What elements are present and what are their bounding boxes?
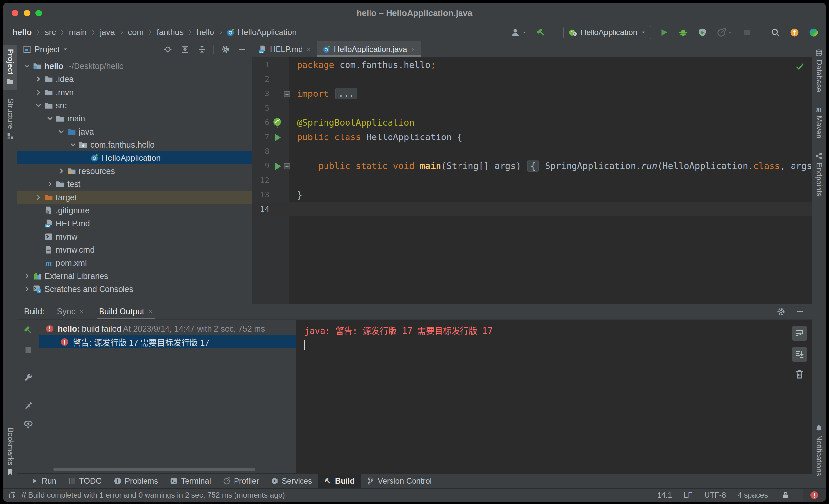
user-button[interactable]	[509, 26, 528, 39]
tree-item-java[interactable]: java	[17, 125, 252, 138]
horizontal-scrollbar[interactable]	[53, 468, 255, 471]
tree-collapse-chevron-icon[interactable]	[69, 141, 78, 149]
breadcrumb-item[interactable]: java	[99, 28, 116, 37]
pin-button[interactable]	[22, 398, 35, 411]
tree-collapse-chevron-icon[interactable]	[23, 62, 32, 70]
tree-expand-chevron-icon[interactable]	[23, 272, 32, 280]
chevron-down-icon[interactable]	[62, 46, 69, 52]
tree-item-help-md[interactable]: MDHELP.md	[17, 217, 252, 230]
gradient-button[interactable]	[807, 26, 820, 39]
tree-item-main[interactable]: main	[17, 112, 252, 125]
status-message[interactable]: // Build completed with 1 error and 0 wa…	[22, 491, 285, 500]
minimize-button[interactable]	[237, 44, 248, 55]
code-line-5[interactable]: 5	[252, 101, 812, 115]
breadcrumb-item[interactable]: fanthus	[155, 28, 185, 37]
tree-item-pom-xml[interactable]: mpom.xml	[17, 256, 252, 269]
tree-expand-chevron-icon[interactable]	[46, 180, 55, 188]
wrench-button[interactable]	[22, 371, 35, 384]
close-icon[interactable]	[79, 309, 84, 314]
breadcrumb-current[interactable]: HelloApplication	[226, 28, 297, 37]
tree-collapse-chevron-icon[interactable]	[34, 101, 43, 110]
tree-item-scratches-and-consoles[interactable]: Scratches and Consoles	[17, 282, 252, 296]
editor-tab-help-md[interactable]: MDHELP.md	[253, 41, 317, 57]
tree-item-target[interactable]: target	[17, 191, 252, 204]
spring-gutter-icon[interactable]	[272, 117, 283, 127]
toolwindow-button-version-control[interactable]: Version Control	[361, 474, 437, 488]
tree-collapse-chevron-icon[interactable]	[46, 114, 55, 123]
status-widget[interactable]: UTF-8	[705, 491, 726, 500]
hammer-button[interactable]	[535, 26, 547, 39]
debug-button[interactable]	[677, 26, 689, 39]
code-line-13[interactable]: 13}	[252, 187, 812, 202]
stop-button[interactable]	[22, 344, 35, 356]
code-line-9[interactable]: 9 public static void main(String[] args)…	[252, 158, 812, 173]
tree-item-hello[interactable]: hello~/Desktop/hello	[17, 60, 252, 73]
tree-item-resources[interactable]: resources	[17, 164, 252, 178]
tree-expand-chevron-icon[interactable]	[34, 88, 43, 96]
tree-expand-chevron-icon[interactable]	[23, 285, 32, 293]
eye-button[interactable]	[22, 418, 35, 430]
tree-item-external-libraries[interactable]: External Libraries	[17, 269, 252, 282]
code-line-12[interactable]: 12	[252, 173, 812, 187]
tree-expand-chevron-icon[interactable]	[34, 193, 43, 201]
stripe-button-structure[interactable]: Structure	[3, 94, 17, 144]
stripe-button-database[interactable]: Database	[812, 45, 826, 96]
toolwindow-button-problems[interactable]: Problems	[108, 474, 164, 488]
error-indicator-badge[interactable]	[803, 489, 826, 502]
layered-squares-icon[interactable]	[8, 491, 16, 499]
run-tri-icon[interactable]	[272, 161, 283, 170]
close-icon[interactable]	[410, 47, 416, 52]
softwrap-button[interactable]	[792, 325, 807, 341]
stripe-button-bookmarks[interactable]: Bookmarks	[3, 423, 17, 480]
stripe-button-project[interactable]: Project	[3, 45, 17, 89]
tree-item-src[interactable]: src	[17, 99, 252, 112]
code-editor[interactable]: 1package com.fanthus.hello;23import ...5…	[252, 57, 812, 304]
close-icon[interactable]	[306, 47, 312, 52]
tree-item--gitignore[interactable]: .gitignore	[17, 204, 252, 217]
tree-item-com-fanthus-hello[interactable]: com.fanthus.hello	[17, 138, 252, 151]
tree-item-test[interactable]: test	[17, 178, 252, 191]
tree-item--mvn[interactable]: .mvn	[17, 86, 252, 99]
run-tri-icon[interactable]	[272, 132, 283, 142]
status-widget[interactable]: LF	[684, 491, 693, 500]
close-icon[interactable]	[148, 309, 153, 314]
fold-marker-icon[interactable]	[283, 90, 291, 97]
toolwindow-button-build[interactable]: Build	[318, 474, 361, 488]
code-line-14[interactable]: 14	[252, 202, 812, 216]
stripe-button-maven[interactable]: mMaven	[812, 101, 826, 143]
tree-item-mvnw[interactable]: mvnw	[17, 230, 252, 243]
tree-item-helloapplication[interactable]: HelloApplication	[17, 151, 252, 164]
gear-button[interactable]	[220, 44, 231, 55]
build-tab-build-output[interactable]: Build Output	[99, 304, 153, 319]
stripe-button-notifications[interactable]: Notifications	[812, 420, 826, 480]
locate-button[interactable]	[162, 44, 173, 55]
toolwindow-button-todo[interactable]: TODO	[62, 474, 108, 488]
fold-marker-icon[interactable]	[283, 162, 291, 169]
breadcrumb-item[interactable]: com	[127, 28, 145, 37]
toolwindow-button-terminal[interactable]: Terminal	[164, 474, 217, 488]
run-configuration-select[interactable]: HelloApplication	[563, 26, 651, 39]
editor-tab-helloapplication-java[interactable]: HelloApplication.java	[317, 41, 422, 57]
tree-item--idea[interactable]: .idea	[17, 73, 252, 86]
toolwindow-button-profiler[interactable]: Profiler	[217, 474, 265, 488]
breadcrumb-item[interactable]: main	[68, 28, 88, 37]
code-line-7[interactable]: 7public class HelloApplication {	[252, 129, 812, 144]
lock-button[interactable]	[780, 490, 791, 501]
search-button[interactable]	[769, 26, 782, 39]
toolwindow-button-services[interactable]: Services	[265, 474, 318, 488]
trash-button[interactable]	[793, 367, 806, 381]
tree-expand-chevron-icon[interactable]	[34, 75, 43, 83]
project-panel-title[interactable]: Project	[35, 45, 60, 54]
code-line-6[interactable]: 6@SpringBootApplication	[252, 115, 812, 129]
tree-collapse-chevron-icon[interactable]	[57, 127, 66, 136]
minimize-button[interactable]	[794, 306, 806, 317]
breadcrumb-item[interactable]: hello	[195, 28, 215, 37]
build-tree-row[interactable]: hello: build failed At 2023/9/14, 14:47 …	[39, 322, 296, 335]
profiler-button[interactable]	[715, 26, 734, 39]
code-line-2[interactable]: 2	[252, 72, 812, 86]
breadcrumb-item[interactable]: src	[43, 28, 57, 37]
scrollend-button[interactable]	[792, 347, 807, 362]
build-tab-sync[interactable]: Sync	[57, 304, 85, 319]
breadcrumb-item[interactable]: hello	[11, 28, 33, 37]
code-line-1[interactable]: 1package com.fanthus.hello;	[252, 57, 812, 72]
